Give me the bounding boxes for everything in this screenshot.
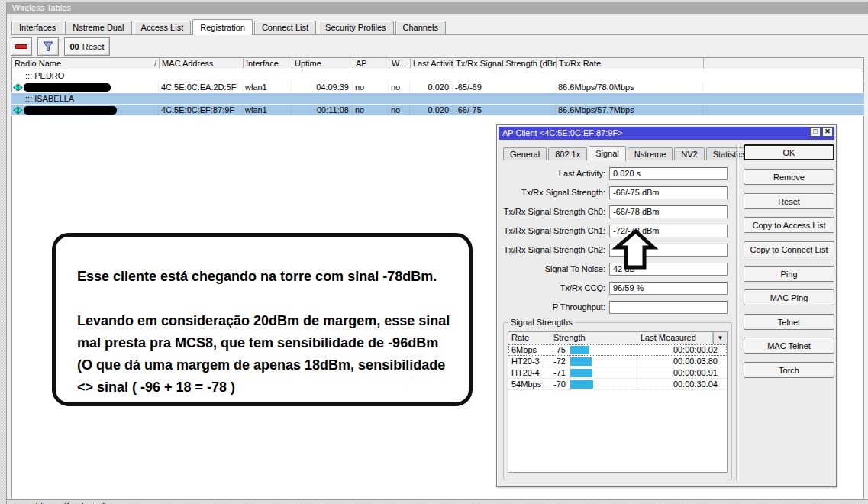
cell-signal_strength: -65/-69: [453, 82, 556, 93]
field-row-last-activity: Last Activity:0.020 s: [497, 167, 728, 180]
column-header-filler: [704, 58, 863, 69]
dialog-tab-nstreme[interactable]: Nstreme: [628, 147, 673, 160]
callout-line: (O que dá uma margem de apenas 18dBm, se…: [77, 354, 469, 376]
callout-line: Levando em consideração 20dBm de margem,…: [77, 310, 469, 332]
field-label: Tx/Rx Signal Strength Ch1:: [497, 225, 605, 237]
copy-to-access-list-button[interactable]: Copy to Access List: [744, 217, 834, 233]
reset-button[interactable]: 00 Reset: [64, 37, 110, 56]
registration-table-rows: ::: PEDRO4C:5E:0C:EA:2D:5Fwlan104:09:39n…: [11, 70, 864, 116]
signal-column-header-rate[interactable]: Rate: [508, 332, 550, 344]
cell-filler: [703, 82, 864, 93]
client-icon: [12, 83, 24, 92]
reset-button[interactable]: Reset: [744, 193, 834, 209]
tab-channels[interactable]: Channels: [395, 21, 446, 34]
filter-button[interactable]: [37, 37, 59, 56]
field-label: Tx/Rx Signal Strength Ch2:: [497, 244, 605, 257]
dialog-tab-nv2[interactable]: NV2: [674, 147, 704, 160]
tab-connect-list[interactable]: Connect List: [254, 21, 316, 34]
remove-button[interactable]: Remove: [744, 169, 834, 185]
column-header-radio-name[interactable]: Radio Name/: [12, 58, 160, 69]
cell-last-measured: 00:00:00.91: [637, 367, 727, 379]
signal-table-dropdown-button[interactable]: ▼: [713, 332, 727, 344]
field-label: Last Activity:: [497, 167, 605, 180]
field-label: Tx/Rx Signal Strength:: [497, 186, 605, 199]
field-tx-rx-signal-strength-ch0[interactable]: -66/-78 dBm: [609, 205, 728, 218]
close-icon: ✕: [824, 128, 831, 136]
cell-last_activity: 0.020: [410, 82, 453, 93]
field-tx-rx-ccq[interactable]: 96/59 %: [609, 282, 728, 295]
signal-rate-row[interactable]: 6Mbps-7500:00:00.02: [508, 344, 727, 356]
comment-cell: ::: ISABELLA: [11, 93, 864, 105]
mac-ping-button[interactable]: MAC Ping: [744, 289, 834, 305]
strength-value: -75: [553, 345, 566, 354]
telnet-button[interactable]: Telnet: [744, 314, 834, 330]
ok-button[interactable]: OK: [744, 144, 834, 160]
column-header-tx-rx-rate[interactable]: Tx/Rx Rate: [557, 58, 704, 69]
strength-bar: [570, 346, 589, 354]
cell-radio: [11, 82, 159, 93]
tab-access-list[interactable]: Access List: [134, 21, 192, 34]
dialog-tab-general[interactable]: General: [503, 147, 547, 160]
cell-rate: 86.6Mbps/78.0Mbps: [556, 82, 703, 93]
cell-signal_strength: -66/-75: [453, 105, 556, 116]
strength-value: -70: [553, 380, 566, 389]
column-header-w[interactable]: W...: [389, 58, 411, 69]
tab-nstreme-dual[interactable]: Nstreme Dual: [65, 21, 131, 34]
cell-last-measured: 00:00:03.80: [637, 356, 727, 367]
strength-value: -71: [553, 368, 566, 377]
maximize-icon: □: [813, 128, 817, 136]
cell-rate: HT20-3: [508, 356, 550, 367]
cell-uptime: 00:11:08: [292, 105, 353, 116]
field-row-tx-rx-signal-strength: Tx/Rx Signal Strength:-66/-75 dBm: [497, 186, 728, 199]
torch-button[interactable]: Torch: [744, 362, 834, 378]
registration-table-header: Radio Name/MAC AddressInterfaceUptimeAPW…: [11, 57, 864, 69]
column-header-interface[interactable]: Interface: [244, 58, 292, 69]
dialog-titlebar[interactable]: AP Client <4C:5E:0C:EF:87:9F>: [499, 127, 834, 140]
tab-security-profiles[interactable]: Security Profiles: [318, 21, 393, 34]
column-header-uptime[interactable]: Uptime: [292, 58, 353, 69]
cell-w: no: [389, 105, 410, 116]
close-button[interactable]: ✕: [822, 127, 833, 137]
window-titlebar[interactable]: Wireless Tables: [7, 2, 868, 14]
toolbar: 00 Reset: [11, 37, 110, 57]
comment-row[interactable]: ::: PEDRO: [11, 70, 864, 82]
remove-button[interactable]: [11, 37, 32, 56]
cell-last_activity: 0.020: [410, 105, 453, 116]
field-tx-rx-signal-strength[interactable]: -66/-75 dBm: [609, 186, 728, 199]
status-bar: 4 items (1 selected): [7, 499, 868, 504]
field-p-throughput[interactable]: [609, 301, 728, 314]
cell-rate: 54Mbps: [508, 379, 550, 390]
client-icon: [12, 106, 24, 115]
redacted-radio-name: [24, 83, 111, 92]
comment-row[interactable]: ::: ISABELLA: [11, 93, 864, 105]
signal-rate-row[interactable]: HT20-4-7100:00:00.91: [508, 367, 727, 379]
cell-last-measured: 00:00:30.04: [637, 379, 727, 390]
registration-row[interactable]: 4C:5E:0C:EF:87:9Fwlan100:11:08nono0.020-…: [11, 105, 864, 116]
signal-column-header-strength[interactable]: Strength: [550, 332, 637, 344]
field-last-activity[interactable]: 0.020 s: [609, 167, 728, 180]
tab-interfaces[interactable]: Interfaces: [11, 21, 63, 34]
cell-radio: [11, 105, 159, 116]
copy-to-connect-list-button[interactable]: Copy to Connect List: [744, 241, 834, 257]
callout-line: mal presta pra MCS8, que tem sensibilida…: [77, 332, 469, 354]
column-header-mac-address[interactable]: MAC Address: [160, 58, 244, 69]
tab-registration[interactable]: Registration: [192, 19, 253, 35]
cell-ap: no: [353, 105, 389, 116]
dialog-tab-802-1x[interactable]: 802.1x: [548, 147, 587, 160]
ap-client-dialog: AP Client <4C:5E:0C:EF:87:9F> □ ✕ Genera…: [496, 124, 837, 487]
column-header-last-activit[interactable]: Last Activit...: [411, 58, 453, 69]
signal-column-header-last-measured[interactable]: Last Measured: [637, 332, 713, 344]
maximize-button[interactable]: □: [810, 127, 821, 137]
callout-line: Esse cliente está chegando na torre com …: [77, 266, 469, 288]
column-header-tx-rx-signal-strength-dbm[interactable]: Tx/Rx Signal Strength (dBm): [453, 58, 557, 69]
ping-button[interactable]: Ping: [744, 266, 834, 282]
cell-ap: no: [353, 82, 389, 93]
dialog-tab-signal[interactable]: Signal: [589, 146, 626, 161]
column-header-ap[interactable]: AP: [353, 58, 389, 69]
signal-rate-row[interactable]: HT20-3-7200:00:03.80: [508, 356, 727, 367]
mac-telnet-button[interactable]: MAC Telnet: [744, 338, 834, 354]
registration-row[interactable]: 4C:5E:0C:EA:2D:5Fwlan104:09:39nono0.020-…: [11, 82, 864, 93]
field-label: P Throughput:: [497, 301, 605, 314]
signal-rate-row[interactable]: 54Mbps-7000:00:30.04: [508, 379, 727, 390]
dialog-tab-bar: General802.1xSignalNstremeNV2Statistics: [503, 144, 755, 160]
